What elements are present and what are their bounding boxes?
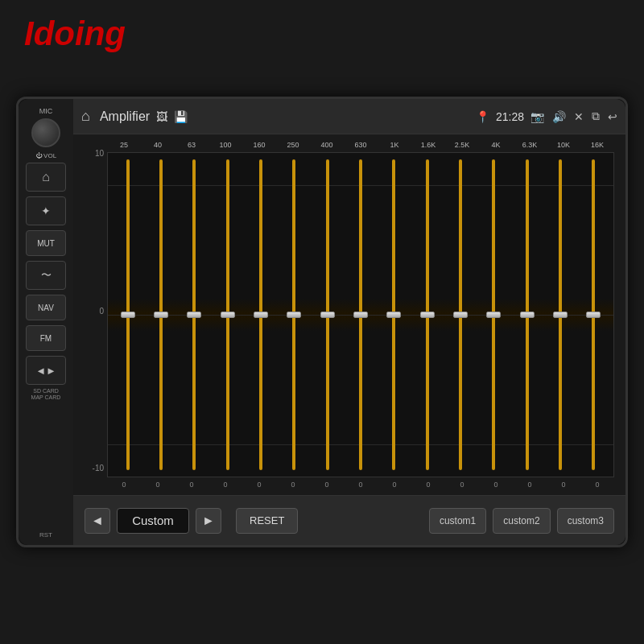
eq-icon: ✦ [41, 204, 51, 217]
eq-slider-2.5K[interactable] [449, 159, 472, 470]
save-icon[interactable]: 💾 [174, 110, 188, 123]
eq-track-400 [326, 159, 329, 470]
prev-preset-button[interactable]: ◄ [85, 508, 110, 534]
eq-slider-6.3K[interactable] [516, 159, 539, 470]
eq-thumb-25[interactable] [121, 312, 135, 318]
nav-btn[interactable]: NAV [26, 295, 66, 320]
back-icon[interactable]: ↩ [608, 110, 617, 123]
freq-label-16K: 16K [584, 141, 610, 149]
freq-label-4K: 4K [483, 141, 509, 149]
eq-slider-63[interactable] [183, 159, 205, 470]
freq-label-40: 40 [145, 141, 171, 149]
eq-slider-160[interactable] [250, 159, 272, 470]
eq-value-630: 0 [349, 481, 372, 489]
eq-value-100: 0 [214, 481, 237, 489]
reset-button[interactable]: RESET [236, 508, 298, 534]
eq-track-4K [492, 159, 495, 470]
next-preset-button[interactable]: ► [196, 508, 221, 534]
eq-thumb-16K[interactable] [586, 312, 601, 318]
y-label-neg10: -10 [85, 464, 107, 473]
eq-slider-630[interactable] [349, 159, 372, 470]
home-topbar-icon[interactable]: ⌂ [81, 108, 90, 125]
eq-thumb-1K[interactable] [386, 312, 401, 318]
freq-label-1.6K: 1.6K [415, 141, 441, 149]
eq-thumb-160[interactable] [254, 312, 268, 318]
wave-icon-btn[interactable]: 〜 [26, 261, 66, 290]
eq-track-63 [192, 159, 196, 470]
eq-thumb-100[interactable] [221, 312, 235, 318]
eq-value-160: 0 [248, 481, 270, 489]
eq-value-1K: 0 [383, 481, 406, 489]
freq-label-1K: 1K [382, 141, 407, 149]
top-bar: ⌂ Amplifier 🖼 💾 📍 21:28 📷 🔊 ✕ ⧉ ↩ [73, 99, 625, 134]
eq-track-16K [592, 159, 595, 470]
eq-slider-1K[interactable] [382, 159, 405, 470]
home-side-btn[interactable]: ⌂ [26, 163, 66, 192]
custom1-button[interactable]: custom1 [429, 508, 486, 534]
speaker-icon-btn[interactable]: ◄► [26, 356, 66, 385]
custom3-button[interactable]: custom3 [557, 508, 614, 534]
eq-slider-25[interactable] [117, 159, 139, 470]
eq-thumb-63[interactable] [187, 312, 201, 318]
clock: 21:28 [496, 110, 524, 123]
freq-label-25: 25 [111, 141, 137, 149]
eq-side-btn[interactable]: ✦ [26, 196, 66, 225]
bottom-bar: ◄ Custom ► RESET custom1 custom2 custom3 [73, 495, 625, 545]
eq-track-6.3K [526, 159, 529, 470]
eq-value-6.3K: 0 [518, 481, 541, 489]
eq-track-100 [226, 159, 229, 470]
freq-label-10K: 10K [551, 141, 576, 149]
volume-icon[interactable]: 🔊 [552, 110, 566, 123]
y-label-0: 0 [85, 307, 107, 316]
camera-icon[interactable]: 📷 [530, 110, 544, 123]
speaker-icon: ◄► [35, 365, 56, 377]
close-icon[interactable]: ✕ [574, 110, 584, 123]
eq-thumb-6.3K[interactable] [520, 312, 535, 318]
custom2-button[interactable]: custom2 [493, 508, 550, 534]
eq-thumb-2.5K[interactable] [453, 312, 468, 318]
eq-track-2.5K [459, 159, 462, 470]
eq-value-1.6K: 0 [417, 481, 440, 489]
freq-label-250: 250 [280, 141, 306, 149]
left-panel: MIC ⏻ VOL ⌂ ✦ MUT 〜 NAV FM ◄► SD CARDMAP… [19, 99, 73, 545]
eq-area: 10 0 -10 2540631001602504006301K1.6K2.5K… [73, 134, 625, 495]
freq-label-100: 100 [213, 141, 238, 149]
eq-track-10K [559, 159, 562, 470]
eq-thumb-4K[interactable] [486, 312, 501, 318]
eq-slider-40[interactable] [150, 159, 172, 470]
eq-value-40: 0 [147, 481, 169, 489]
eq-thumb-400[interactable] [320, 312, 335, 318]
eq-value-16K: 0 [586, 481, 609, 489]
eq-thumb-250[interactable] [287, 312, 301, 318]
eq-bands: 2540631001602504006301K1.6K2.5K4K6.3K10K… [107, 141, 614, 489]
vol-label: ⏻ VOL [35, 152, 56, 159]
eq-track-250 [292, 159, 295, 470]
eq-thumb-10K[interactable] [553, 312, 568, 318]
eq-value-250: 0 [282, 481, 304, 489]
eq-slider-16K[interactable] [582, 159, 605, 470]
screen-icon[interactable]: ⧉ [592, 109, 600, 123]
eq-thumb-1.6K[interactable] [420, 312, 435, 318]
volume-knob[interactable] [31, 118, 60, 147]
eq-thumb-630[interactable] [353, 312, 368, 318]
eq-slider-4K[interactable] [482, 159, 505, 470]
eq-thumb-40[interactable] [154, 312, 168, 318]
eq-graph: 10 0 -10 2540631001602504006301K1.6K2.5K… [85, 141, 614, 489]
freq-label-63: 63 [179, 141, 204, 149]
eq-track-1.6K [426, 159, 429, 470]
eq-slider-250[interactable] [283, 159, 305, 470]
eq-slider-100[interactable] [217, 159, 239, 470]
eq-slider-400[interactable] [316, 159, 339, 470]
eq-slider-1.6K[interactable] [416, 159, 439, 470]
freq-label-630: 630 [348, 141, 374, 149]
wave-icon: 〜 [41, 268, 52, 283]
mute-btn[interactable]: MUT [26, 230, 66, 256]
eq-slider-10K[interactable] [549, 159, 572, 470]
image-icon[interactable]: 🖼 [156, 110, 167, 123]
fm-btn[interactable]: FM [26, 325, 66, 351]
eq-value-25: 0 [113, 481, 135, 489]
y-label-10: 10 [85, 149, 107, 158]
sliders-area [107, 152, 614, 477]
mic-label: MIC [39, 107, 53, 115]
value-labels: 000000000000000 [107, 481, 614, 489]
